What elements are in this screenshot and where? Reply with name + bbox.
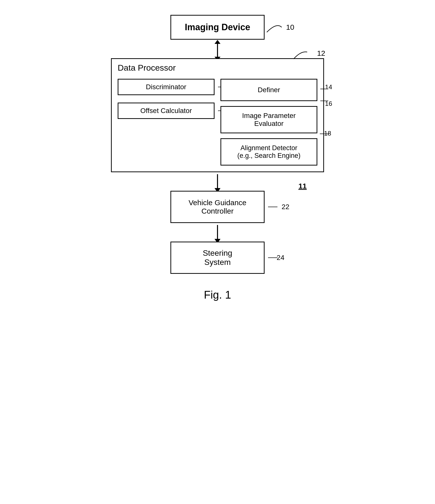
ref10-line-icon [264, 20, 284, 35]
offset-calculator-box: Offset Calculator [118, 103, 215, 119]
offset-calculator-label: Offset Calculator [140, 107, 192, 115]
ss-wrapper: Steering System 24 [170, 242, 265, 274]
vgc-to-ss-arrow-icon [217, 225, 218, 240]
data-processor-label: Data Processor [118, 63, 176, 73]
ss-box: Steering System [170, 242, 265, 274]
double-arrow-connector [217, 40, 218, 58]
discriminator-box: Discriminator [118, 79, 215, 95]
vgc-label: Vehicle Guidance Controller [189, 198, 246, 215]
alignment-detector-box: Alignment Detector (e.g., Search Engine) [220, 138, 317, 166]
figure-label: Fig. 1 [204, 289, 231, 301]
ipe-label: Image Parameter Evaluator [242, 112, 296, 128]
dp-left: Discriminator 19 Offset Calculator 21 [118, 79, 215, 166]
ipe-wrapper: Image Parameter Evaluator 18 [220, 106, 317, 133]
dp-inner: Discriminator 19 Offset Calculator 21 [118, 79, 317, 166]
ref18-line-icon [320, 131, 330, 136]
ref12-line-icon [291, 50, 308, 60]
alignment-detector-label: Alignment Detector (e.g., Search Engine) [237, 144, 300, 160]
definer-label: Definer [258, 86, 280, 94]
ref-24-label: 24 [277, 254, 284, 262]
vgc-box: Vehicle Guidance Controller [170, 191, 265, 223]
discriminator-wrapper: Discriminator 19 [118, 79, 215, 95]
double-arrow-icon [217, 43, 218, 58]
ref-12-label: 12 [317, 49, 325, 57]
data-processor-box: Data Processor 12 Discriminator 19 [111, 58, 324, 172]
dp-to-vgc-arrow [217, 172, 218, 191]
ref-10-label: 10 [286, 23, 294, 31]
ref-22-label: 22 [282, 203, 289, 211]
alignment-detector-wrapper: Alignment Detector (e.g., Search Engine) [220, 138, 317, 166]
vgc-to-ss-arrow [217, 223, 218, 242]
ss-label: Steering System [203, 249, 232, 267]
discriminator-label: Discriminator [146, 83, 186, 91]
dp-to-vgc-arrow-icon [217, 174, 218, 189]
ref-11-label: 11 [299, 182, 307, 190]
diagram-container: Imaging Device 10 Data Processor 12 [106, 15, 329, 301]
ref-14-label: 14 [325, 83, 332, 91]
imaging-device-label: Imaging Device [185, 22, 250, 32]
ref22-line-icon [268, 207, 277, 207]
definer-wrapper: Definer 14 16 [220, 79, 317, 101]
imaging-device-box: Imaging Device [170, 15, 265, 40]
dp-right: Definer 14 16 Image Parameter Evaluator … [220, 79, 317, 166]
ref-16-label: 16 [325, 100, 332, 108]
vgc-wrapper: Vehicle Guidance Controller 22 11 [170, 191, 265, 223]
ipe-box: Image Parameter Evaluator [220, 106, 317, 133]
ref24-line-icon [268, 257, 277, 258]
definer-box: Definer [220, 79, 317, 101]
offset-calculator-wrapper: Offset Calculator 21 [118, 103, 215, 119]
